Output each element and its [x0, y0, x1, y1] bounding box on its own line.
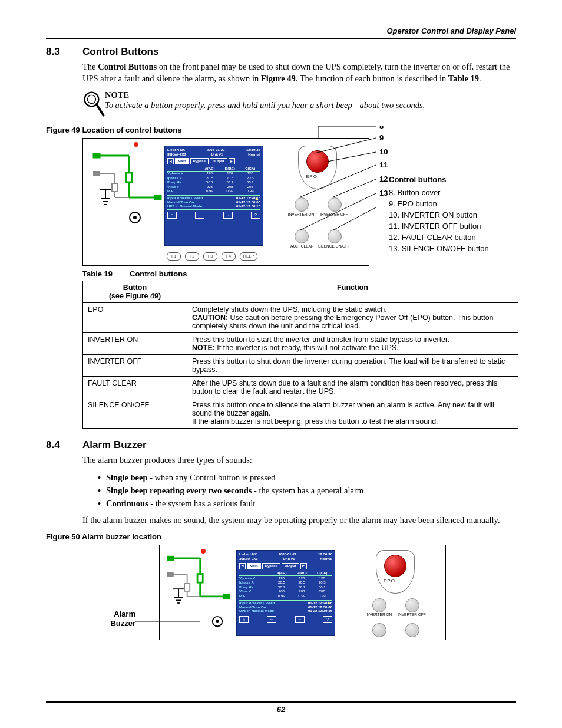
svg-point-1	[87, 95, 95, 103]
alarm-led-icon	[134, 142, 138, 147]
section-8-4-title: 8.4Alarm Buzzer	[46, 439, 516, 451]
inverter-off-button-50[interactable]	[405, 598, 419, 612]
lcd-event-log: Input Breaker Closed01-12 12:28:16Manual…	[167, 195, 260, 210]
lcd-soft-left-icon: ←	[195, 212, 204, 219]
callout-12b: 13	[379, 189, 388, 197]
epo-label: EPO	[306, 174, 318, 179]
section-8-4-para1: The alarm buzzer produces three types of…	[82, 454, 516, 466]
list-item: Single beep repeating every two seconds …	[98, 485, 516, 498]
control-button-area: EPO INVERTER ON INVERTER OFF FAULT CLEAR…	[273, 143, 363, 261]
f2-key[interactable]: F2	[185, 252, 199, 261]
callout-11: 11	[379, 160, 388, 169]
svg-point-49	[216, 620, 219, 622]
f4-key[interactable]: F4	[222, 252, 236, 261]
section-num-2: 8.4	[46, 439, 82, 451]
svg-rect-6	[126, 173, 132, 182]
f1-key[interactable]: F1	[167, 252, 181, 261]
inverter-on-button-50[interactable]	[372, 598, 386, 612]
section-8-3-para: The Control Buttons on the front panel m…	[82, 61, 516, 84]
section-8-3-title: 8.3Control Buttons	[46, 46, 516, 58]
mimic-diagram-50	[166, 551, 230, 634]
section-heading-2: Alarm Buzzer	[82, 439, 147, 450]
fault-clear-label: FAULT CLEAR	[286, 244, 316, 248]
mimic-diagram	[91, 148, 162, 242]
list-item: Single beep - when any Control button is…	[98, 472, 516, 485]
f3-key[interactable]: F3	[203, 252, 217, 261]
lcd-tab-output: Output	[210, 158, 227, 164]
figure-50-caption: Figure 50 Alarm buzzer location	[46, 532, 516, 541]
fault-clear-button-50[interactable]	[372, 623, 386, 637]
svg-rect-9	[155, 196, 161, 199]
legend-item: 11. INVERTER OFF button	[389, 221, 489, 232]
table-row: SILENCE ON/OFFPress this button once to …	[83, 398, 518, 428]
note-label: NOTE	[105, 90, 425, 100]
lcd-left-arrow-icon: ◄	[167, 158, 174, 164]
table-row: INVERTER ONPress this button to start th…	[83, 332, 518, 354]
svg-rect-31	[168, 556, 173, 559]
running-header: Operator Control and Display Panel	[46, 27, 516, 35]
svg-rect-10	[94, 172, 100, 175]
callout-legend: Control buttons 8. Button cover9. EPO bu…	[389, 174, 489, 255]
list-item: Continuous - the system has a serious fa…	[98, 498, 516, 510]
fault-clear-button[interactable]	[295, 229, 309, 243]
section-num: 8.3	[46, 46, 82, 58]
rule-top	[46, 38, 516, 39]
section-heading: Control Buttons	[82, 46, 158, 57]
epo-button[interactable]	[306, 150, 329, 173]
legend-item: 9. EPO button	[389, 199, 489, 210]
function-keys: F1 F2 F3 F4 HELP	[167, 252, 257, 261]
page-number: 62	[277, 705, 285, 714]
legend-item: 10. INVERTER ON button	[389, 210, 489, 221]
svg-point-21	[133, 216, 137, 219]
note-body: To activate a button properly, press and…	[105, 100, 425, 110]
callout-12: 12	[379, 174, 388, 183]
lcd-screen-50: Liebert NX2006-01-2212:30:36 30KVA-2X3Un…	[236, 550, 335, 636]
silence-button-50[interactable]	[405, 623, 419, 637]
svg-rect-13	[112, 183, 118, 192]
table-row: FAULT CLEARAfter the UPS shuts down due …	[83, 376, 518, 398]
legend-title: Control buttons	[389, 174, 489, 186]
svg-rect-38	[168, 573, 173, 576]
lcd-right-arrow-icon: ►	[229, 158, 235, 164]
inverter-off-label: INVERTER OFF	[319, 212, 349, 216]
table-19: Button(see Figure 49) Function EPOComple…	[82, 281, 518, 429]
inverter-off-button[interactable]	[328, 197, 342, 212]
lcd-screen: Liebert NX2006-01-2212:30:36 30KVA-2X3Un…	[164, 146, 263, 246]
alarm-buzzer-label: Alarm Buzzer	[94, 610, 135, 628]
legend-item: 8. Button cover	[389, 187, 489, 199]
note-block: NOTE To activate a button properly, pres…	[82, 90, 516, 121]
magnifier-icon	[82, 90, 105, 121]
legend-item: 12. FAULT CLEAR button	[389, 232, 489, 243]
inverter-on-label: INVERTER ON	[286, 212, 316, 216]
svg-rect-41	[184, 584, 190, 591]
figure-49: Liebert NX2006-01-2212:30:36 30KVA-2X3Un…	[82, 138, 501, 266]
callout-10: 10	[379, 147, 388, 156]
table-19-head-button: Button(see Figure 49)	[83, 281, 187, 302]
callout-9: 9	[379, 133, 384, 142]
svg-rect-3	[94, 154, 100, 157]
lcd-tab-main: Main	[175, 158, 189, 164]
front-panel: Liebert NX2006-01-2212:30:36 30KVA-2X3Un…	[82, 138, 369, 266]
epo-button-50[interactable]	[384, 555, 406, 577]
front-panel-50: Liebert NX2006-01-2212:30:36 30KVA-2X3Un…	[159, 545, 446, 640]
table-19-caption: Table 19Control buttons	[82, 269, 516, 278]
svg-rect-37	[224, 595, 229, 598]
lcd-soft-right-icon: →	[223, 212, 233, 219]
lcd-soft-home-icon: ⌂	[167, 212, 177, 219]
table-row: EPOCompletely shuts down the UPS, includ…	[83, 302, 518, 332]
table-row: INVERTER OFFPress this button to shut do…	[83, 354, 518, 376]
figure-50: Alarm Buzzer	[82, 545, 516, 645]
silence-label: SILENCE ON/OFF	[317, 244, 351, 248]
silence-button[interactable]	[328, 229, 342, 243]
svg-rect-34	[197, 574, 203, 582]
lcd-data-table: A(AB)B(BC)C(CA) Vphase V120120120Iphase …	[167, 166, 260, 193]
control-button-area-50: EPO INVERTER ON INVERTER OFF	[351, 548, 441, 636]
legend-item: 13. SILENCE ON/OFF button	[389, 243, 489, 255]
figure-49-caption: Figure 49 Location of control buttons	[46, 126, 516, 134]
help-key[interactable]: HELP	[240, 252, 257, 261]
lcd-soft-help-icon: ?	[251, 212, 260, 219]
page-footer: 62	[46, 701, 516, 714]
alarm-sound-list: Single beep - when any Control button is…	[98, 472, 516, 510]
section-8-4-para2: If the alarm buzzer makes no sound, the …	[82, 515, 516, 526]
inverter-on-button[interactable]	[295, 197, 309, 212]
